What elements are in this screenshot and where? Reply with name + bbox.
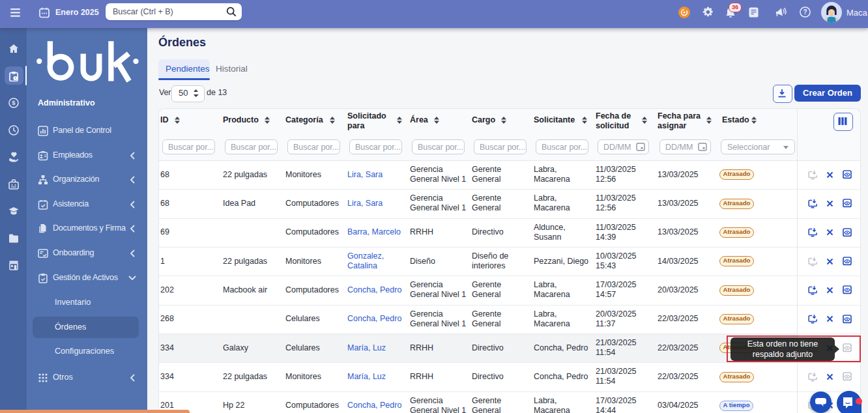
svg-text:?: ? [803, 8, 807, 16]
svg-text:$: $ [12, 99, 16, 106]
